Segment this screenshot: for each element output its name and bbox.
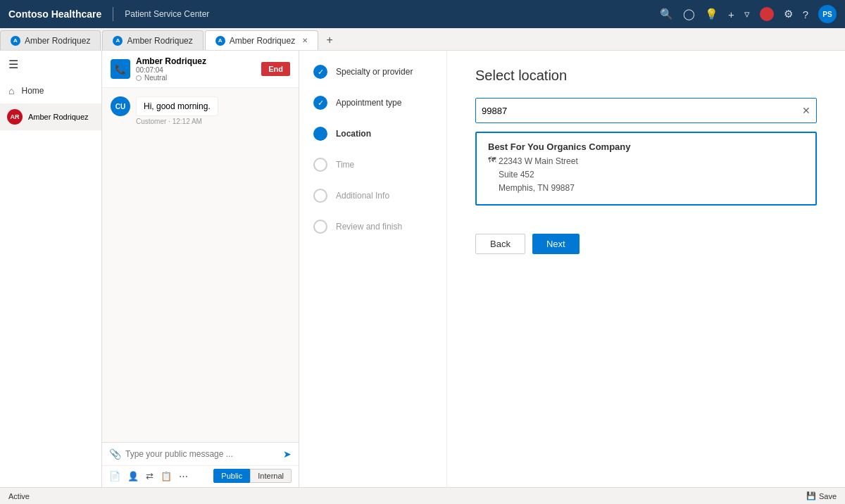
search-clear-icon[interactable]: ✕ — [802, 105, 810, 116]
page-title: Select location — [475, 68, 817, 84]
step-additional: Additional Info — [313, 189, 432, 203]
step-label-specialty: Specialty or provider — [336, 67, 413, 77]
wizard-steps: ✓ Specialty or provider ✓ Appointment ty… — [299, 51, 447, 487]
end-call-button[interactable]: End — [261, 62, 290, 76]
step-time: Time — [313, 158, 432, 172]
location-city-state-zip: Memphis, TN 99887 — [499, 182, 578, 195]
chat-message: CU Hi, good morning. Customer · 12:12 AM — [111, 96, 290, 125]
step-circle-review — [313, 220, 327, 234]
step-circle-time — [313, 158, 327, 172]
message-avatar: CU — [111, 96, 130, 116]
location-pin-icon: 🗺 — [488, 156, 496, 164]
add-tab-button[interactable]: + — [320, 30, 339, 50]
step-review: Review and finish — [313, 220, 432, 234]
topbar-divider — [113, 7, 113, 21]
chat-tool-more-icon[interactable]: ⋯ — [179, 471, 188, 481]
topbar-icons: 🔍 ◯ 💡 + ▿ ⚙ ? PS — [660, 5, 837, 23]
location-result-item[interactable]: Best For You Organics Company 🗺 22343 W … — [475, 132, 817, 206]
home-icon: ⌂ — [8, 85, 14, 96]
internal-button[interactable]: Internal — [250, 469, 292, 483]
tab-amber-3[interactable]: A Amber Rodriquez ✕ — [205, 30, 318, 50]
sidebar: ☰ ⌂ Home AR Amber Rodriquez — [0, 51, 102, 487]
location-address-lines: 22343 W Main Street Suite 452 Memphis, T… — [499, 155, 578, 196]
call-header: 📞 Amber Rodriquez 00:07:04 Neutral End — [102, 51, 299, 88]
statusbar: Active 💾 Save — [0, 487, 845, 504]
step-label-appointment: Appointment type — [336, 98, 401, 108]
main-layout: ☰ ⌂ Home AR Amber Rodriquez 📞 Amber Rodr… — [0, 51, 845, 487]
tab-user-icon-3: A — [215, 36, 225, 46]
lightbulb-icon[interactable]: 💡 — [705, 8, 718, 20]
notification-badge[interactable] — [760, 7, 774, 21]
chat-toolbar: 📄 👤 ⇄ 📋 ⋯ Public Internal — [102, 465, 299, 487]
step-label-time: Time — [336, 160, 354, 170]
chat-input-field[interactable] — [125, 449, 279, 459]
chat-tool-user-icon[interactable]: 👤 — [127, 471, 139, 481]
status-label: Active — [8, 492, 30, 500]
step-circle-location — [313, 127, 327, 141]
step-label-location: Location — [336, 129, 371, 139]
location-suite: Suite 452 — [499, 168, 578, 182]
message-content: Hi, good morning. Customer · 12:12 AM — [136, 96, 218, 125]
tab-user-icon-2: A — [113, 36, 123, 46]
chat-tool-transfer-icon[interactable]: ⇄ — [146, 471, 154, 481]
chat-messages: CU Hi, good morning. Customer · 12:12 AM — [102, 88, 299, 442]
call-info: Amber Rodriquez 00:07:04 Neutral — [136, 56, 256, 82]
chat-input-area: 📎 ➤ 📄 👤 ⇄ 📋 ⋯ Public Internal — [102, 442, 299, 487]
tabbar: A Amber Rodriquez A Amber Rodriquez A Am… — [0, 28, 845, 51]
step-location: Location — [313, 127, 432, 141]
tab-amber-2[interactable]: A Amber Rodriquez — [102, 30, 203, 50]
public-button[interactable]: Public — [213, 469, 250, 483]
call-icon: 📞 — [111, 59, 130, 79]
chat-input-row: 📎 ➤ — [102, 443, 299, 465]
visibility-toggle: Public Internal — [213, 469, 292, 483]
step-label-review: Review and finish — [336, 222, 402, 232]
status-indicator — [136, 75, 142, 81]
step-circle-appointment: ✓ — [313, 96, 327, 110]
plus-icon[interactable]: + — [728, 8, 734, 20]
tab-user-icon-1: A — [11, 36, 20, 46]
search-bar[interactable]: ✕ — [475, 98, 817, 123]
topbar-subtitle: Patient Service Center — [125, 9, 209, 19]
message-meta: Customer · 12:12 AM — [136, 118, 218, 125]
sidebar-user-name: Amber Rodriquez — [28, 113, 89, 121]
call-duration: 00:07:04 — [136, 66, 256, 74]
send-icon[interactable]: ➤ — [283, 448, 292, 460]
step-specialty: ✓ Specialty or provider — [313, 65, 432, 79]
user-avatar[interactable]: PS — [818, 5, 837, 23]
brand-name: Contoso Healthcare — [8, 8, 101, 20]
filter-icon[interactable]: ▿ — [744, 8, 750, 20]
location-name: Best For You Organics Company — [488, 141, 804, 152]
chat-tool-template-icon[interactable]: 📋 — [161, 471, 172, 481]
search-icon[interactable]: 🔍 — [660, 8, 673, 20]
tab-close-icon[interactable]: ✕ — [302, 37, 308, 44]
step-circle-additional — [313, 189, 327, 203]
sidebar-user-avatar: AR — [7, 109, 23, 125]
save-button[interactable]: 💾 Save — [806, 491, 837, 500]
message-text: Hi, good morning. — [136, 96, 218, 116]
search-input[interactable] — [482, 106, 802, 116]
hamburger-icon[interactable]: ☰ — [0, 51, 101, 78]
chat-tool-note-icon[interactable]: 📄 — [109, 471, 120, 481]
tab-amber-1[interactable]: A Amber Rodriquez — [0, 30, 101, 50]
sidebar-item-home[interactable]: ⌂ Home — [0, 78, 101, 103]
sidebar-user[interactable]: AR Amber Rodriquez — [0, 103, 101, 130]
settings-icon[interactable]: ⚙ — [784, 8, 793, 20]
step-appointment: ✓ Appointment type — [313, 96, 432, 110]
checkmark-circle-icon[interactable]: ◯ — [683, 8, 695, 20]
save-icon: 💾 — [806, 491, 816, 500]
back-button[interactable]: Back — [475, 234, 525, 254]
main-content: Select location ✕ Best For You Organics … — [447, 51, 845, 487]
caller-name: Amber Rodriquez — [136, 56, 256, 66]
help-icon[interactable]: ? — [803, 8, 808, 20]
location-address: 🗺 22343 W Main Street Suite 452 Memphis,… — [488, 155, 804, 196]
attach-icon[interactable]: 📎 — [109, 448, 121, 460]
chat-panel: 📞 Amber Rodriquez 00:07:04 Neutral End C… — [102, 51, 299, 487]
topbar: Contoso Healthcare Patient Service Cente… — [0, 0, 845, 28]
next-button[interactable]: Next — [532, 234, 580, 254]
step-circle-specialty: ✓ — [313, 65, 327, 79]
step-label-additional: Additional Info — [336, 191, 389, 201]
action-buttons: Back Next — [475, 234, 817, 254]
call-status: Neutral — [136, 74, 256, 82]
location-street: 22343 W Main Street — [499, 155, 578, 168]
